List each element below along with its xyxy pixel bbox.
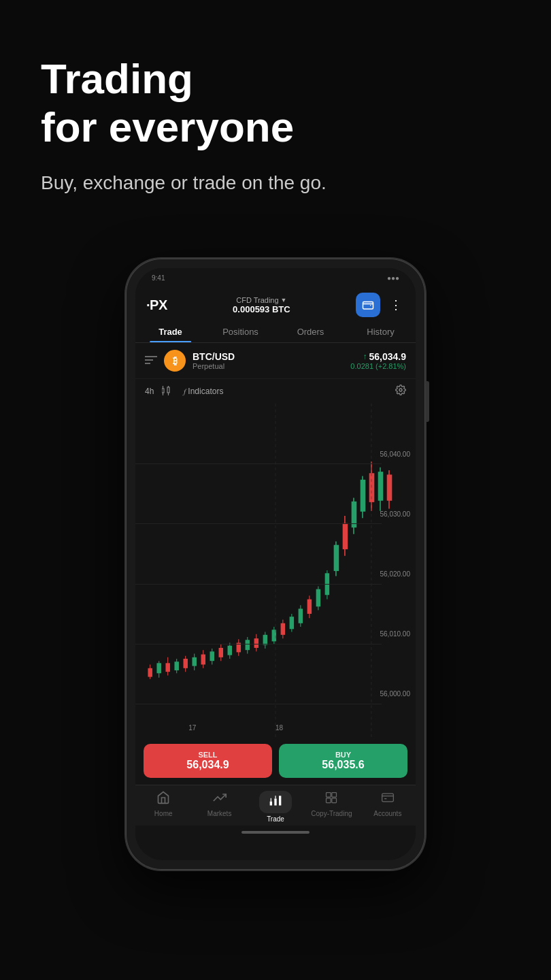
svg-rect-75: [332, 793, 337, 798]
svg-rect-16: [165, 663, 170, 672]
accounts-icon: [381, 791, 395, 808]
nav-markets[interactable]: Markets: [191, 791, 247, 823]
copy-trading-icon: [324, 791, 338, 808]
svg-rect-7: [167, 387, 169, 393]
timeframe-label[interactable]: 4h: [145, 387, 154, 396]
nav-accounts-label: Accounts: [373, 810, 401, 817]
bottom-nav: Home Markets: [135, 785, 416, 826]
svg-rect-74: [327, 793, 331, 798]
buy-price: 56,035.6: [286, 759, 401, 771]
price-label-4: 56,010.00: [380, 630, 411, 638]
price-change: 0.0281 (+2.81%): [350, 362, 406, 370]
svg-rect-54: [334, 545, 339, 571]
chart-toolbar: 4h 𝑓 Indicators: [135, 379, 416, 404]
grid-line: [135, 704, 382, 704]
chart-type-icon[interactable]: [162, 386, 176, 397]
tab-bar: Trade Positions Orders History: [135, 320, 416, 343]
nav-copy-trading-label: Copy-Trading: [311, 810, 352, 817]
svg-rect-18: [174, 662, 179, 670]
svg-rect-26: [210, 651, 215, 661]
instrument-name: BTC/USD: [193, 351, 350, 362]
svg-rect-14: [156, 663, 161, 673]
nav-copy-trading[interactable]: Copy-Trading: [303, 791, 359, 823]
svg-rect-66: [387, 474, 393, 500]
price-value: 56,034.9: [369, 351, 407, 362]
svg-rect-76: [327, 798, 331, 803]
candlestick-chart: [135, 404, 416, 737]
tab-positions[interactable]: Positions: [205, 320, 276, 342]
svg-rect-24: [201, 655, 205, 665]
svg-rect-62: [369, 473, 375, 502]
sell-price: 56,034.9: [150, 759, 265, 771]
date-labels: 17 18: [135, 724, 416, 732]
home-bar: [241, 831, 310, 834]
markets-icon: [213, 791, 227, 808]
svg-rect-50: [316, 589, 321, 607]
grid-line: [135, 463, 382, 464]
buy-button[interactable]: BUY 56,035.6: [279, 744, 407, 778]
svg-rect-60: [361, 480, 366, 512]
sell-label: SELL: [150, 751, 265, 759]
settings-icon[interactable]: [395, 385, 406, 398]
svg-rect-46: [299, 608, 303, 623]
instrument-info: BTC/USD Perpetual: [193, 351, 350, 370]
hero-title: Trading for everyone: [41, 54, 510, 152]
phone-screen: 9:41 ●●● ·PX CFD Trading ▼ 0.000593 BTC: [135, 268, 416, 860]
svg-rect-22: [192, 657, 197, 666]
hero-section: Trading for everyone Buy, exchange or tr…: [0, 0, 551, 221]
app-logo: ·PX: [146, 297, 167, 313]
nav-trade-label: Trade: [267, 815, 284, 823]
svg-rect-48: [307, 600, 312, 614]
svg-rect-42: [281, 623, 286, 635]
filter-icon: [145, 355, 157, 367]
tab-trade[interactable]: Trade: [135, 320, 205, 342]
hero-subtitle: Buy, exchange or trade on the go.: [41, 172, 510, 194]
btc-amount: 0.000593 BTC: [233, 304, 290, 314]
header-right: ⋮: [356, 293, 405, 317]
svg-rect-0: [363, 302, 373, 310]
svg-rect-34: [246, 640, 250, 650]
chart-area: 56,040.00 56,030.00 56,020.00 56,010.00 …: [135, 404, 416, 737]
svg-rect-64: [378, 472, 384, 501]
nav-accounts[interactable]: Accounts: [360, 791, 416, 823]
svg-rect-69: [270, 802, 272, 806]
header-center: CFD Trading ▼ 0.000593 BTC: [233, 296, 290, 314]
phone-mockup: 9:41 ●●● ·PX CFD Trading ▼ 0.000593 BTC: [126, 259, 425, 870]
nav-markets-label: Markets: [207, 810, 232, 817]
trade-icon: [259, 791, 292, 813]
cfd-label: CFD Trading ▼: [233, 296, 290, 304]
svg-rect-56: [343, 523, 348, 549]
date-label-17: 17: [188, 724, 196, 732]
tab-orders[interactable]: Orders: [276, 320, 346, 342]
svg-rect-20: [183, 659, 188, 668]
app-header: ·PX CFD Trading ▼ 0.000593 BTC: [135, 287, 416, 320]
grid-line: [135, 584, 382, 585]
phone-outer: 9:41 ●●● ·PX CFD Trading ▼ 0.000593 BTC: [126, 259, 425, 870]
price-label-1: 56,040.00: [380, 451, 411, 458]
sell-button[interactable]: SELL 56,034.9: [144, 744, 272, 778]
btc-icon: ₿: [164, 350, 186, 372]
home-indicator: [135, 826, 416, 839]
instrument-type: Perpetual: [193, 362, 350, 370]
svg-point-10: [399, 389, 402, 391]
nav-home[interactable]: Home: [135, 791, 191, 823]
status-bar: 9:41 ●●●: [135, 268, 416, 287]
wallet-button[interactable]: [356, 293, 380, 317]
svg-rect-28: [219, 648, 224, 657]
svg-rect-70: [274, 799, 276, 806]
price-info: ↑ 56,034.9 0.0281 (+2.81%): [350, 351, 406, 370]
more-button[interactable]: ⋮: [387, 295, 405, 315]
date-label-18: 18: [276, 724, 283, 732]
nav-trade[interactable]: Trade: [248, 791, 303, 823]
svg-rect-12: [148, 668, 152, 677]
svg-rect-77: [332, 798, 337, 803]
indicators-label[interactable]: 𝑓 Indicators: [184, 387, 223, 396]
svg-rect-4: [162, 389, 164, 393]
price-label-5: 56,000.00: [380, 690, 411, 698]
svg-rect-78: [382, 794, 393, 802]
svg-rect-71: [279, 796, 281, 805]
buy-label: BUY: [286, 751, 401, 759]
tab-history[interactable]: History: [346, 320, 416, 342]
instrument-row[interactable]: ₿ BTC/USD Perpetual ↑ 56,034.9 0.0281 (+…: [135, 343, 416, 379]
trade-buttons: SELL 56,034.9 BUY 56,035.6: [135, 737, 416, 785]
